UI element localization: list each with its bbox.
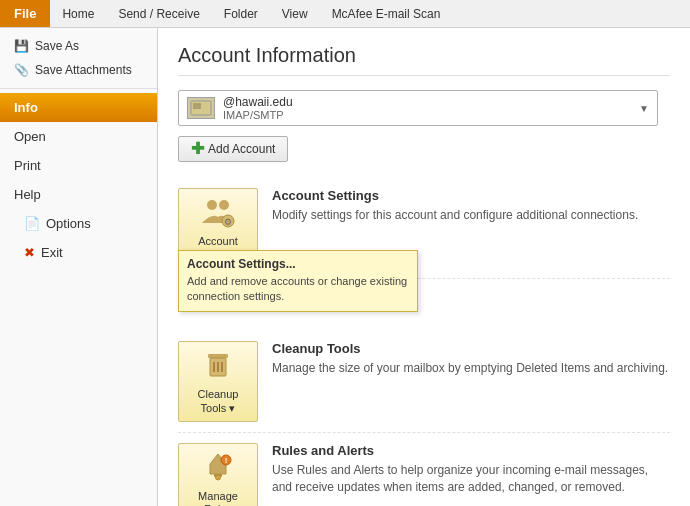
account-type: IMAP/SMTP [223,109,639,121]
main-layout: 💾 Save As 📎 Save Attachments Info Open P… [0,28,690,506]
save-attachments-icon: 📎 [14,63,29,77]
menu-file[interactable]: File [0,0,50,27]
cleanup-tools-desc: Cleanup Tools Manage the size of your ma… [272,341,670,377]
account-settings-desc: Account Settings Modify settings for thi… [272,188,670,224]
cleanup-tools-section: CleanupTools ▾ Cleanup Tools Manage the … [178,331,670,432]
menu-home[interactable]: Home [50,3,106,25]
sidebar-save-attachments[interactable]: 📎 Save Attachments [8,58,149,82]
exit-icon: ✖ [24,245,35,260]
account-selector[interactable]: @hawaii.edu IMAP/SMTP ▼ [178,90,658,126]
account-info: @hawaii.edu IMAP/SMTP [223,95,639,121]
menu-mcafee[interactable]: McAfee E-mail Scan [320,3,453,25]
dropdown-title: Account Settings... [187,257,409,271]
menu-send-receive[interactable]: Send / Receive [106,3,211,25]
rules-alerts-desc: Rules and Alerts Use Rules and Alerts to… [272,443,670,496]
account-settings-title: Account Settings [272,188,670,203]
cleanup-tools-title: Cleanup Tools [272,341,670,356]
content-area: Account Information @hawaii.edu IMAP/SMT… [158,28,690,506]
sidebar: 💾 Save As 📎 Save Attachments Info Open P… [0,28,158,506]
account-email: @hawaii.edu [223,95,639,109]
account-settings-text: Modify settings for this account and con… [272,207,670,224]
svg-rect-6 [208,354,228,358]
menu-view[interactable]: View [270,3,320,25]
cleanup-tools-button[interactable]: CleanupTools ▾ [178,341,258,421]
sidebar-top-actions: 💾 Save As 📎 Save Attachments [0,28,157,89]
sidebar-nav: Info Open Print Help 📄 Options ✖ Exit [0,93,157,267]
sidebar-exit[interactable]: ✖ Exit [0,238,157,267]
sidebar-save-as[interactable]: 💾 Save As [8,34,149,58]
svg-point-12 [216,475,221,480]
sidebar-help[interactable]: Help [0,180,157,209]
rules-alerts-button[interactable]: ! Manage Rules& Alerts [178,443,258,506]
account-icon [187,97,215,119]
rules-alerts-icon: ! [200,450,236,486]
svg-text:!: ! [225,456,228,465]
save-attachments-label: Save Attachments [35,63,132,77]
svg-rect-1 [193,103,201,109]
add-account-label: Add Account [208,142,275,156]
account-dropdown-arrow: ▼ [639,103,649,114]
add-icon: ✚ [191,141,204,157]
save-as-icon: 💾 [14,39,29,53]
rules-alerts-title: Rules and Alerts [272,443,670,458]
account-settings-icon: ⚙ [200,195,236,231]
page-title: Account Information [178,44,670,76]
rules-alerts-label: Manage Rules& Alerts [183,490,253,506]
rules-alerts-text: Use Rules and Alerts to help organize yo… [272,462,670,496]
cleanup-tools-icon [200,348,236,384]
menu-folder[interactable]: Folder [212,3,270,25]
dropdown-desc: Add and remove accounts or change existi… [187,274,409,305]
add-account-button[interactable]: ✚ Add Account [178,136,288,162]
sidebar-info[interactable]: Info [0,93,157,122]
save-as-label: Save As [35,39,79,53]
sidebar-open[interactable]: Open [0,122,157,151]
menu-bar: File Home Send / Receive Folder View McA… [0,0,690,28]
svg-text:⚙: ⚙ [224,217,232,227]
rules-alerts-section: ! Manage Rules& Alerts Rules and Alerts … [178,433,670,506]
svg-point-3 [219,200,229,210]
sidebar-options[interactable]: 📄 Options [0,209,157,238]
account-settings-section: ⚙ AccountSettings ▾ Account Settings Mod… [178,178,670,279]
account-settings-dropdown[interactable]: Account Settings... Add and remove accou… [178,250,418,312]
options-icon: 📄 [24,216,40,231]
svg-point-2 [207,200,217,210]
cleanup-tools-text: Manage the size of your mailbox by empty… [272,360,670,377]
sidebar-print[interactable]: Print [0,151,157,180]
cleanup-tools-label: CleanupTools ▾ [198,388,239,414]
